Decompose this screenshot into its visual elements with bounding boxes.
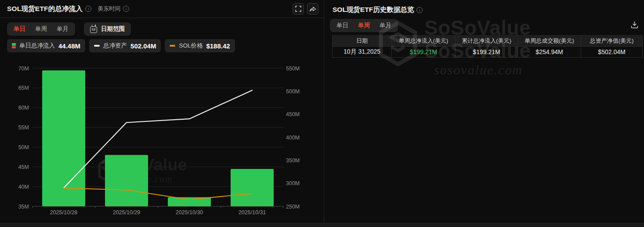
info-icon[interactable]: i — [416, 7, 423, 13]
cell-weekly-volume: $254.94M — [518, 47, 581, 58]
info-icon[interactable]: i — [123, 6, 129, 12]
legend-item-total-assets[interactable]: 总净资产 502.04M — [89, 39, 161, 52]
history-panel: SOL现货ETF历史数据总览 i 单日 单周 单月 — [324, 0, 644, 223]
col-header-weekly-inflow: 单周总净流入(美元) — [392, 36, 456, 47]
svg-text:50M: 50M — [18, 144, 29, 150]
cell-cumulative-inflow: $199.21M — [456, 47, 518, 58]
svg-text:250M: 250M — [286, 204, 300, 210]
svg-text:60M: 60M — [18, 105, 29, 111]
tab-weekly[interactable]: 单周 — [353, 20, 375, 31]
tab-monthly[interactable]: 单月 — [375, 20, 396, 31]
sosovalue-dashboard: SOL现货ETF的总净流入 i 美东时间 i — [0, 0, 644, 227]
tab-daily[interactable]: 单日 — [9, 23, 30, 35]
legend-item-daily-inflow[interactable]: 单日总净流入 44.48M — [7, 39, 85, 52]
cell-date: 10月 31,2025 — [332, 47, 392, 58]
download-button[interactable] — [629, 20, 640, 31]
bottom-scrollbar-track[interactable] — [0, 223, 644, 227]
col-header-total-net-assets: 总资产净值(美元) — [581, 36, 643, 47]
svg-text:500M: 500M — [286, 88, 300, 95]
history-controls: 单日 单周 单月 — [330, 19, 398, 32]
svg-text:2025/10/28: 2025/10/28 — [50, 209, 78, 216]
line-swatch-icon — [94, 45, 100, 47]
line-swatch-icon — [170, 45, 175, 47]
chart-period-tabs: 单日 单周 单月 — [7, 22, 75, 36]
timezone-label: 美东时间 — [98, 5, 120, 13]
bar-swatch-icon — [12, 43, 16, 48]
svg-text:450M: 450M — [286, 111, 300, 117]
fullscreen-button[interactable] — [293, 3, 304, 15]
svg-text:65M: 65M — [18, 85, 29, 91]
calendar-icon: 12 — [90, 26, 97, 33]
svg-text:35M: 35M — [18, 204, 29, 210]
download-icon — [631, 21, 638, 30]
svg-text:350M: 350M — [286, 157, 300, 164]
chart-controls: 单日 单周 单月 12 日期范围 — [7, 22, 131, 36]
history-title: SOL现货ETF历史数据总览 — [333, 5, 414, 15]
chart-legend: 单日总净流入 44.48M 总净资产 502.04M SOL价格 $188.42 — [7, 39, 235, 52]
etf-flow-chart[interactable]: SoSoValue sosovalue.com SoSoValue sosova… — [0, 56, 324, 221]
col-header-date: 日期 — [332, 36, 392, 47]
chart-title: SOL现货ETF的总净流入 — [7, 4, 83, 14]
history-period-tabs: 单日 单周 单月 — [330, 19, 398, 32]
svg-text:2025/10/29: 2025/10/29 — [113, 209, 141, 216]
chart-panel: SOL现货ETF的总净流入 i 美东时间 i — [0, 0, 324, 223]
legend-value: 44.48M — [58, 42, 80, 50]
svg-text:70M: 70M — [18, 66, 29, 72]
history-table: 日期 单周总净流入(美元) 累计总净流入(美元) 单周总成交额(美元) 总资产净… — [332, 35, 643, 58]
date-range-label: 日期范围 — [101, 25, 125, 33]
chart-canvas[interactable]: 70M65M60M55M50M45M40M35M550M500M450M400M… — [0, 56, 324, 221]
svg-text:55M: 55M — [18, 124, 29, 131]
cell-weekly-inflow: $199.21M — [392, 47, 456, 58]
legend-item-sol-price[interactable]: SOL价格 $188.42 — [165, 39, 235, 52]
tab-daily[interactable]: 单日 — [332, 20, 353, 31]
svg-text:550M: 550M — [286, 66, 300, 72]
col-header-cumulative-inflow: 累计总净流入(美元) — [456, 36, 518, 47]
svg-text:2025/10/30: 2025/10/30 — [176, 209, 203, 216]
svg-text:45M: 45M — [18, 164, 29, 170]
expand-icon — [295, 6, 301, 12]
chart-panel-header: SOL现货ETF的总净流入 i 美东时间 i — [0, 0, 324, 18]
tab-weekly[interactable]: 单周 — [30, 23, 52, 35]
svg-text:300M: 300M — [286, 180, 300, 187]
cell-total-net-assets: $502.04M — [581, 47, 643, 58]
svg-text:2025/10/31: 2025/10/31 — [239, 209, 266, 216]
legend-value: 502.04M — [130, 42, 156, 50]
svg-text:400M: 400M — [286, 135, 300, 141]
info-icon[interactable]: i — [85, 6, 91, 12]
date-range-button[interactable]: 12 日期范围 — [84, 22, 131, 36]
col-header-weekly-volume: 单周总成交额(美元) — [518, 36, 581, 47]
svg-text:40M: 40M — [18, 184, 29, 190]
share-icon — [309, 6, 316, 12]
legend-value: $188.42 — [206, 42, 230, 50]
history-panel-header: SOL现货ETF历史数据总览 i — [333, 5, 423, 15]
tab-monthly[interactable]: 单月 — [52, 23, 73, 35]
share-button[interactable] — [307, 3, 318, 15]
